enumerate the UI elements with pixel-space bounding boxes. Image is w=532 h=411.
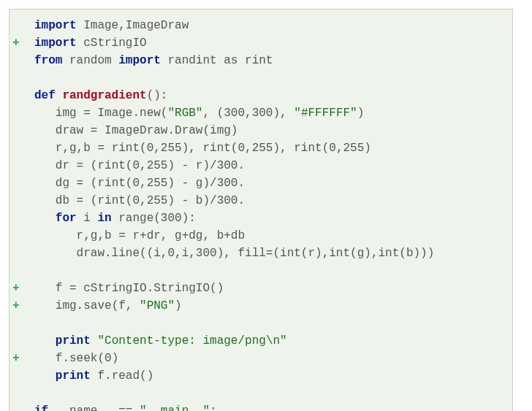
diff-add-marker: +	[10, 350, 27, 367]
text-token: Image,ImageDraw	[77, 19, 189, 32]
diff-gutter	[10, 69, 27, 87]
code-content: import cStringIO	[27, 34, 512, 52]
code-line	[10, 385, 512, 402]
keyword-token: import	[118, 54, 161, 67]
code-content: def randgradient():	[27, 87, 512, 104]
code-line: if __name__ == "__main__":	[10, 402, 512, 411]
code-line	[10, 315, 512, 332]
diff-gutter	[10, 139, 27, 157]
code-content: from random import randint as rint	[27, 52, 512, 69]
code-line: r,g,b = rint(0,255), rint(0,255), rint(0…	[10, 139, 512, 157]
text-token: cStringIO	[77, 37, 147, 50]
code-content: draw.line((i,0,i,300), fill=(int(r),int(…	[27, 245, 512, 262]
code-content: draw = ImageDraw.Draw(img)	[27, 122, 512, 139]
code-line: db = (rint(0,255) - b)/300.	[10, 192, 512, 210]
code-content: r,g,b = rint(0,255), rint(0,255), rint(0…	[27, 139, 512, 157]
text-token: random	[62, 54, 118, 67]
code-content: print f.read()	[27, 367, 512, 385]
string-token: "#FFFFFF"	[294, 107, 357, 120]
code-line: print "Content-type: image/png\n"	[10, 332, 512, 350]
code-line: import Image,ImageDraw	[10, 17, 512, 34]
code-content: img = Image.new("RGB", (300,300), "#FFFF…	[27, 104, 512, 122]
text-token: r,g,b = r+dr, g+dg, b+db	[77, 229, 245, 242]
code-content: db = (rint(0,255) - b)/300.	[27, 192, 512, 210]
diff-gutter	[10, 315, 27, 332]
keyword-token: print	[56, 369, 91, 383]
text-token: f.read()	[91, 369, 153, 383]
diff-gutter	[10, 245, 27, 262]
string-token: "Content-type: image/png\n"	[97, 334, 286, 347]
text-token: ():	[147, 89, 168, 102]
diff-add-marker: +	[10, 297, 27, 315]
code-line: + f.seek(0)	[10, 350, 512, 367]
code-line: def randgradient():	[10, 87, 512, 104]
code-line	[10, 262, 512, 280]
diff-gutter	[10, 227, 27, 245]
code-content	[27, 315, 512, 332]
text-token: f = cStringIO.StringIO()	[56, 282, 224, 295]
keyword-token: if	[34, 404, 48, 411]
code-content: f.seek(0)	[27, 350, 512, 367]
diff-gutter	[10, 104, 27, 122]
keyword-token: import	[34, 19, 77, 32]
code-line: r,g,b = r+dr, g+dg, b+db	[10, 227, 512, 245]
code-content: if __name__ == "__main__":	[27, 402, 512, 411]
code-content: f = cStringIO.StringIO()	[27, 280, 512, 297]
text-token: f.seek(0)	[56, 352, 118, 365]
code-content: import Image,ImageDraw	[27, 17, 512, 34]
text-token: r,g,b = rint(0,255), rint(0,255), rint(0…	[56, 142, 371, 155]
text-token: db = (rint(0,255) - b)/300.	[56, 194, 245, 207]
keyword-token: for	[56, 212, 77, 225]
text-token: , (300,300),	[202, 107, 294, 120]
code-line: dr = (rint(0,255) - r)/300.	[10, 157, 512, 174]
code-line: for i in range(300):	[10, 210, 512, 227]
text-token: )	[175, 299, 182, 312]
code-content: r,g,b = r+dr, g+dg, b+db	[27, 227, 512, 245]
text-token: dr = (rint(0,255) - r)/300.	[56, 159, 245, 172]
diff-gutter	[10, 210, 27, 227]
string-token: "__main__"	[140, 404, 210, 411]
function-name-token: randgradient	[62, 89, 146, 102]
diff-add-marker: +	[10, 280, 27, 297]
code-content	[27, 69, 512, 87]
code-line: + f = cStringIO.StringIO()	[10, 280, 512, 297]
diff-gutter	[10, 385, 27, 402]
code-line: draw.line((i,0,i,300), fill=(int(r),int(…	[10, 245, 512, 262]
keyword-token: print	[56, 334, 91, 347]
code-content: img.save(f, "PNG")	[27, 297, 512, 315]
text-token: draw = ImageDraw.Draw(img)	[56, 124, 238, 137]
text-token: __name__ ==	[48, 404, 140, 411]
code-content	[27, 385, 512, 402]
text-token: img = Image.new(	[56, 107, 168, 120]
diff-gutter	[10, 157, 27, 174]
text-token: )	[357, 107, 365, 120]
text-token: randint as rint	[161, 54, 273, 67]
code-content	[27, 262, 512, 280]
diff-gutter	[10, 87, 27, 104]
text-token: i	[77, 212, 98, 225]
code-line: +import cStringIO	[10, 34, 512, 52]
code-line: draw = ImageDraw.Draw(img)	[10, 122, 512, 139]
code-line: from random import randint as rint	[10, 52, 512, 69]
diff-gutter	[10, 122, 27, 139]
diff-gutter	[10, 262, 27, 280]
text-token	[91, 334, 98, 347]
code-content: print "Content-type: image/png\n"	[27, 332, 512, 350]
code-line: img = Image.new("RGB", (300,300), "#FFFF…	[10, 104, 512, 122]
keyword-token: def	[34, 89, 62, 102]
code-line: print f.read()	[10, 367, 512, 385]
text-token: draw.line((i,0,i,300), fill=(int(r),int(…	[77, 247, 435, 260]
diff-gutter	[10, 174, 27, 192]
keyword-token: from	[34, 54, 62, 67]
code-content: for i in range(300):	[27, 210, 512, 227]
keyword-token: in	[97, 212, 111, 225]
diff-gutter	[10, 332, 27, 350]
code-line: dg = (rint(0,255) - g)/300.	[10, 174, 512, 192]
diff-gutter	[10, 17, 27, 34]
code-block: import Image,ImageDraw+import cStringIOf…	[9, 9, 513, 411]
keyword-token: import	[34, 37, 77, 50]
code-line: + img.save(f, "PNG")	[10, 297, 512, 315]
diff-gutter	[10, 402, 27, 411]
diff-gutter	[10, 367, 27, 385]
string-token: "RGB"	[167, 107, 202, 120]
